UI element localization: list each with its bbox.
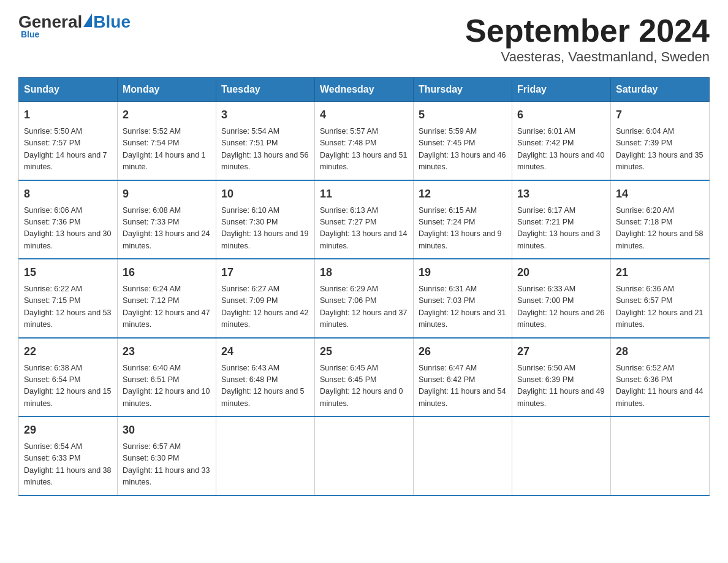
day-number: 24 (221, 343, 309, 360)
day-number: 1 (24, 107, 112, 123)
day-info: Sunrise: 6:36 AMSunset: 6:57 PMDaylight:… (616, 283, 704, 331)
day-info: Sunrise: 6:57 AMSunset: 6:30 PMDaylight:… (123, 441, 211, 489)
calendar-cell (216, 416, 315, 496)
week-row-2: 8Sunrise: 6:06 AMSunset: 7:36 PMDaylight… (19, 180, 710, 259)
calendar-cell: 13Sunrise: 6:17 AMSunset: 7:21 PMDayligh… (512, 180, 611, 259)
header-monday: Monday (118, 78, 216, 102)
logo-underline: Blue (21, 29, 39, 39)
calendar-cell: 7Sunrise: 6:04 AMSunset: 7:39 PMDaylight… (611, 102, 710, 180)
day-number: 17 (221, 264, 309, 281)
day-info: Sunrise: 6:54 AMSunset: 6:33 PMDaylight:… (24, 441, 112, 489)
calendar-cell: 26Sunrise: 6:47 AMSunset: 6:42 PMDayligh… (414, 338, 512, 417)
calendar-cell: 20Sunrise: 6:33 AMSunset: 7:00 PMDayligh… (512, 259, 611, 338)
calendar-cell (414, 416, 512, 496)
calendar-cell: 28Sunrise: 6:52 AMSunset: 6:36 PMDayligh… (611, 338, 710, 417)
day-number: 4 (320, 107, 408, 123)
calendar-cell: 10Sunrise: 6:10 AMSunset: 7:30 PMDayligh… (216, 180, 315, 259)
header-tuesday: Tuesday (216, 78, 315, 102)
day-info: Sunrise: 6:15 AMSunset: 7:24 PMDaylight:… (419, 205, 507, 253)
day-info: Sunrise: 6:50 AMSunset: 6:39 PMDaylight:… (517, 362, 605, 410)
calendar-table: SundayMondayTuesdayWednesdayThursdayFrid… (18, 77, 710, 496)
calendar-cell: 24Sunrise: 6:43 AMSunset: 6:48 PMDayligh… (216, 338, 315, 417)
week-row-5: 29Sunrise: 6:54 AMSunset: 6:33 PMDayligh… (19, 416, 710, 496)
calendar-cell: 15Sunrise: 6:22 AMSunset: 7:15 PMDayligh… (19, 259, 118, 338)
header-friday: Friday (512, 78, 611, 102)
day-info: Sunrise: 6:38 AMSunset: 6:54 PMDaylight:… (24, 362, 112, 410)
day-info: Sunrise: 6:29 AMSunset: 7:06 PMDaylight:… (320, 283, 408, 331)
day-number: 12 (419, 186, 507, 202)
day-info: Sunrise: 5:57 AMSunset: 7:48 PMDaylight:… (320, 126, 408, 174)
calendar-cell: 9Sunrise: 6:08 AMSunset: 7:33 PMDaylight… (118, 180, 216, 259)
day-number: 20 (517, 264, 605, 281)
day-info: Sunrise: 6:47 AMSunset: 6:42 PMDaylight:… (419, 362, 507, 410)
day-number: 9 (123, 186, 211, 202)
calendar-cell: 23Sunrise: 6:40 AMSunset: 6:51 PMDayligh… (118, 338, 216, 417)
calendar-cell: 17Sunrise: 6:27 AMSunset: 7:09 PMDayligh… (216, 259, 315, 338)
calendar-cell: 14Sunrise: 6:20 AMSunset: 7:18 PMDayligh… (611, 180, 710, 259)
calendar-cell: 8Sunrise: 6:06 AMSunset: 7:36 PMDaylight… (19, 180, 118, 259)
day-number: 15 (24, 264, 112, 281)
header-thursday: Thursday (414, 78, 512, 102)
day-info: Sunrise: 6:40 AMSunset: 6:51 PMDaylight:… (123, 362, 211, 410)
day-info: Sunrise: 6:52 AMSunset: 6:36 PMDaylight:… (616, 362, 704, 410)
day-number: 5 (419, 107, 507, 123)
calendar-cell (512, 416, 611, 496)
day-info: Sunrise: 6:45 AMSunset: 6:45 PMDaylight:… (320, 362, 408, 410)
calendar-cell (315, 416, 414, 496)
day-info: Sunrise: 6:43 AMSunset: 6:48 PMDaylight:… (221, 362, 309, 410)
calendar-cell: 29Sunrise: 6:54 AMSunset: 6:33 PMDayligh… (19, 416, 118, 496)
day-info: Sunrise: 5:59 AMSunset: 7:45 PMDaylight:… (419, 126, 507, 174)
calendar-cell: 21Sunrise: 6:36 AMSunset: 6:57 PMDayligh… (611, 259, 710, 338)
day-info: Sunrise: 6:06 AMSunset: 7:36 PMDaylight:… (24, 205, 112, 253)
calendar-cell: 18Sunrise: 6:29 AMSunset: 7:06 PMDayligh… (315, 259, 414, 338)
calendar-cell: 1Sunrise: 5:50 AMSunset: 7:57 PMDaylight… (19, 102, 118, 180)
page-subtitle: Vaesteras, Vaestmanland, Sweden (465, 49, 710, 65)
day-number: 28 (616, 343, 704, 360)
calendar-cell (611, 416, 710, 496)
header-wednesday: Wednesday (315, 78, 414, 102)
calendar-cell: 12Sunrise: 6:15 AMSunset: 7:24 PMDayligh… (414, 180, 512, 259)
week-row-3: 15Sunrise: 6:22 AMSunset: 7:15 PMDayligh… (19, 259, 710, 338)
day-info: Sunrise: 6:10 AMSunset: 7:30 PMDaylight:… (221, 205, 309, 253)
day-info: Sunrise: 5:50 AMSunset: 7:57 PMDaylight:… (24, 126, 112, 174)
day-info: Sunrise: 6:04 AMSunset: 7:39 PMDaylight:… (616, 126, 704, 174)
day-number: 2 (123, 107, 211, 123)
day-number: 6 (517, 107, 605, 123)
logo-triangle-icon (83, 13, 92, 27)
title-block: September 2024 Vaesteras, Vaestmanland, … (465, 12, 710, 65)
week-row-4: 22Sunrise: 6:38 AMSunset: 6:54 PMDayligh… (19, 338, 710, 417)
day-number: 27 (517, 343, 605, 360)
day-number: 3 (221, 107, 309, 123)
day-number: 10 (221, 186, 309, 202)
day-number: 18 (320, 264, 408, 281)
day-number: 22 (24, 343, 112, 360)
header-sunday: Sunday (19, 78, 118, 102)
day-number: 29 (24, 422, 112, 439)
day-number: 11 (320, 186, 408, 202)
day-info: Sunrise: 6:20 AMSunset: 7:18 PMDaylight:… (616, 205, 704, 253)
day-info: Sunrise: 6:01 AMSunset: 7:42 PMDaylight:… (517, 126, 605, 174)
calendar-cell: 30Sunrise: 6:57 AMSunset: 6:30 PMDayligh… (118, 416, 216, 496)
day-number: 13 (517, 186, 605, 202)
day-number: 7 (616, 107, 704, 123)
day-info: Sunrise: 6:33 AMSunset: 7:00 PMDaylight:… (517, 283, 605, 331)
day-info: Sunrise: 6:17 AMSunset: 7:21 PMDaylight:… (517, 205, 605, 253)
day-info: Sunrise: 5:54 AMSunset: 7:51 PMDaylight:… (221, 126, 309, 174)
day-number: 25 (320, 343, 408, 360)
calendar-cell: 3Sunrise: 5:54 AMSunset: 7:51 PMDaylight… (216, 102, 315, 180)
page-title: September 2024 (465, 12, 710, 49)
calendar-cell: 2Sunrise: 5:52 AMSunset: 7:54 PMDaylight… (118, 102, 216, 180)
day-info: Sunrise: 5:52 AMSunset: 7:54 PMDaylight:… (123, 126, 211, 174)
calendar-cell: 5Sunrise: 5:59 AMSunset: 7:45 PMDaylight… (414, 102, 512, 180)
day-number: 30 (123, 422, 211, 439)
day-info: Sunrise: 6:27 AMSunset: 7:09 PMDaylight:… (221, 283, 309, 331)
day-number: 8 (24, 186, 112, 202)
calendar-cell: 4Sunrise: 5:57 AMSunset: 7:48 PMDaylight… (315, 102, 414, 180)
day-number: 19 (419, 264, 507, 281)
days-header-row: SundayMondayTuesdayWednesdayThursdayFrid… (19, 78, 710, 102)
calendar-cell: 22Sunrise: 6:38 AMSunset: 6:54 PMDayligh… (19, 338, 118, 417)
day-info: Sunrise: 6:13 AMSunset: 7:27 PMDaylight:… (320, 205, 408, 253)
calendar-cell: 16Sunrise: 6:24 AMSunset: 7:12 PMDayligh… (118, 259, 216, 338)
day-number: 23 (123, 343, 211, 360)
week-row-1: 1Sunrise: 5:50 AMSunset: 7:57 PMDaylight… (19, 102, 710, 180)
